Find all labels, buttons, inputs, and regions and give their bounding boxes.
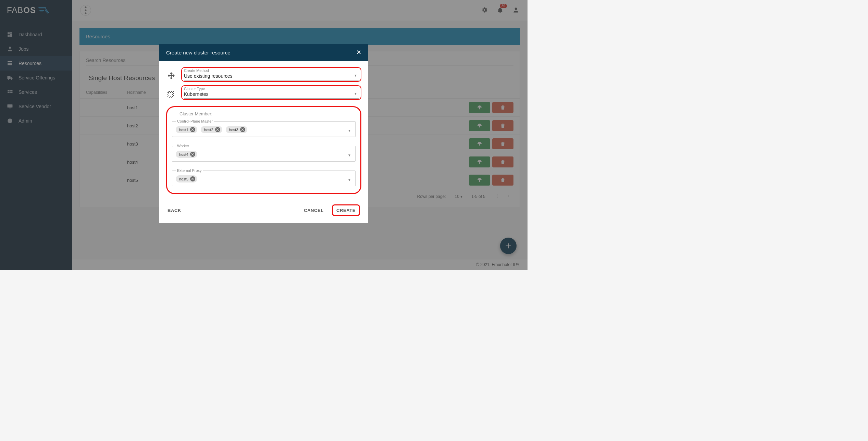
chip[interactable]: host1✕: [176, 126, 197, 133]
chevron-down-icon: ▼: [348, 153, 351, 157]
create-cluster-dialog: Create new cluster resource ✕ Create Met…: [159, 44, 368, 223]
chip-remove-icon[interactable]: ✕: [190, 152, 195, 157]
chevron-down-icon: ▼: [354, 92, 357, 96]
chevron-down-icon: ▼: [354, 74, 357, 77]
field-value: Kubernetes: [184, 91, 359, 98]
chip-remove-icon[interactable]: ✕: [240, 127, 245, 132]
create-method-select[interactable]: Create Method Use existing resources ▼: [184, 68, 359, 80]
modal-overlay: Create new cluster resource ✕ Create Met…: [0, 0, 528, 270]
cancel-button[interactable]: CANCEL: [304, 208, 324, 213]
worker-select[interactable]: Worker host4✕ ▼: [172, 144, 356, 162]
chip-remove-icon[interactable]: ✕: [190, 176, 195, 181]
control-plane-select[interactable]: Control-Plane Master host1✕ host2✕ host3…: [172, 119, 356, 137]
dialog-body: Create Method Use existing resources ▼ C…: [159, 61, 368, 196]
chevron-down-icon: ▼: [348, 128, 351, 132]
chip-remove-icon[interactable]: ✕: [215, 127, 220, 132]
close-button[interactable]: ✕: [356, 49, 361, 56]
move-icon: [166, 72, 176, 80]
cluster-type-select[interactable]: Cluster Type Kubernetes ▼: [184, 87, 359, 99]
chip[interactable]: host5✕: [176, 175, 197, 182]
dialog-title: Create new cluster resource: [166, 50, 231, 55]
chip[interactable]: host3✕: [226, 126, 247, 133]
cluster-member-header: Cluster Member:: [179, 111, 356, 116]
field-label: Create Method: [184, 68, 209, 73]
field-value: Use existing resources: [184, 73, 359, 80]
dashed-square-icon: [166, 90, 176, 98]
field-label: Control-Plane Master: [176, 119, 214, 123]
field-label: Cluster Type: [184, 87, 205, 91]
create-button[interactable]: CREATE: [336, 208, 356, 213]
field-label: External Proxy: [176, 168, 203, 173]
chevron-down-icon: ▼: [348, 178, 351, 181]
back-button[interactable]: BACK: [168, 208, 181, 213]
external-proxy-select[interactable]: External Proxy host5✕ ▼: [172, 168, 356, 186]
field-label: Worker: [176, 144, 190, 148]
dialog-header: Create new cluster resource ✕: [159, 44, 368, 61]
chip-remove-icon[interactable]: ✕: [190, 127, 195, 132]
dialog-actions: BACK CANCEL CREATE: [159, 196, 368, 223]
chip[interactable]: host4✕: [176, 151, 197, 158]
chip[interactable]: host2✕: [201, 126, 222, 133]
